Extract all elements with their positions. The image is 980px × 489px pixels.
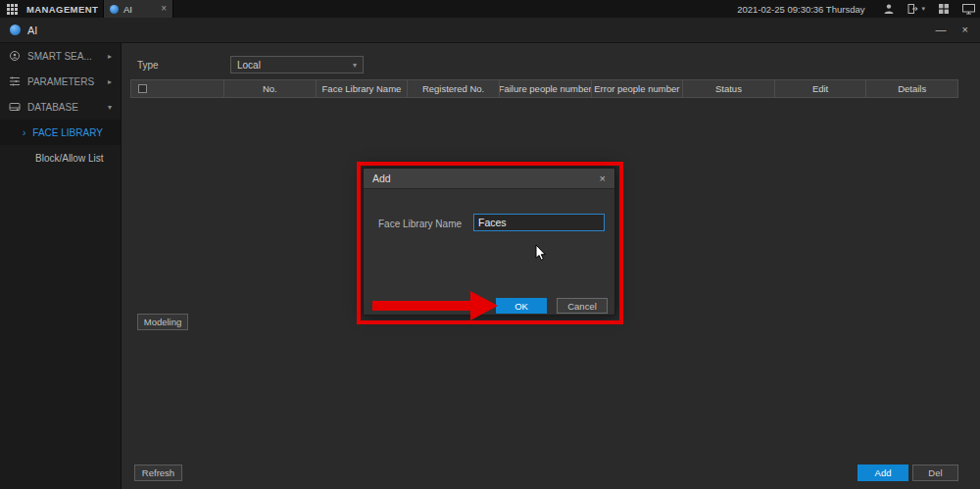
smart-search-icon <box>9 50 21 62</box>
close-icon[interactable]: × <box>962 24 968 35</box>
ai-sphere-icon <box>110 5 119 14</box>
tab-ai-label: AI <box>123 4 132 15</box>
ai-sphere-icon <box>10 24 21 35</box>
type-label: Type <box>137 60 159 71</box>
window-title: AI <box>27 24 37 36</box>
select-all-checkbox[interactable] <box>138 84 147 93</box>
sidebar-item-label: FACE LIBRARY <box>32 127 103 138</box>
sidebar-item-label: SMART SEA... <box>27 51 92 62</box>
cancel-button[interactable]: Cancel <box>557 298 608 314</box>
column-header-registered-no[interactable]: Registered No. <box>408 80 500 97</box>
dialog-title: Add <box>372 172 391 184</box>
sidebar-item-block-allow-list[interactable]: Block/Allow List <box>0 145 121 171</box>
sidebar: SMART SEA... ▸ PARAMETERS ▸ DATABASE ▾ ›… <box>0 43 122 489</box>
tab-close-icon[interactable]: × <box>161 4 167 14</box>
arrow-right-icon: ▸ <box>108 52 112 61</box>
sidebar-item-label: Block/Allow List <box>35 153 103 164</box>
face-library-name-label: Face Library Name <box>378 219 462 229</box>
management-label: MANAGEMENT <box>26 4 98 15</box>
chevron-right-icon: › <box>23 127 25 138</box>
modeling-button[interactable]: Modeling <box>137 314 188 330</box>
column-header-no[interactable]: No. <box>224 80 317 97</box>
arrow-right-icon: ▸ <box>108 77 112 86</box>
column-header-face-library-name[interactable]: Face Library Name <box>317 80 409 97</box>
top-bar: MANAGEMENT AI × 2021-02-25 09:30:36 Thur… <box>0 0 980 18</box>
column-header-edit[interactable]: Edit <box>775 80 867 97</box>
dialog-titlebar: Add × <box>364 169 614 189</box>
layout-grid-icon[interactable] <box>938 3 950 15</box>
sidebar-item-smart-search[interactable]: SMART SEA... ▸ <box>0 43 121 69</box>
logout-caret-icon: ▾ <box>921 5 925 13</box>
minimize-icon[interactable]: — <box>936 24 947 35</box>
sidebar-item-label: PARAMETERS <box>27 76 94 87</box>
apps-grid-icon[interactable] <box>7 4 18 15</box>
column-header-details[interactable]: Details <box>866 80 957 97</box>
sidebar-item-face-library[interactable]: › FACE LIBRARY <box>0 120 121 145</box>
database-icon <box>9 101 21 113</box>
logout-icon[interactable]: ▾ <box>907 3 925 15</box>
chevron-down-icon: ▾ <box>108 103 112 112</box>
face-library-name-input[interactable] <box>473 214 605 231</box>
screen: MANAGEMENT AI × 2021-02-25 09:30:36 Thur… <box>0 0 980 489</box>
add-button[interactable]: Add <box>858 465 908 481</box>
column-header-status[interactable]: Status <box>683 80 775 97</box>
user-icon[interactable] <box>883 3 895 15</box>
type-select-value: Local <box>237 60 261 71</box>
ok-button[interactable]: OK <box>496 298 547 314</box>
sidebar-item-database[interactable]: DATABASE ▾ <box>0 94 121 120</box>
column-header-failure-people-number[interactable]: Failure people number <box>500 80 592 97</box>
table-header: No. Face Library Name Registered No. Fai… <box>130 79 958 98</box>
datetime-label: 2021-02-25 09:30:36 Thursday <box>737 4 864 15</box>
tab-ai[interactable]: AI × <box>103 0 173 18</box>
sidebar-item-label: DATABASE <box>27 102 78 113</box>
dialog-close-icon[interactable]: × <box>600 173 606 184</box>
column-header-error-people-number[interactable]: Error people number <box>592 80 684 97</box>
topbar-right: 2021-02-25 09:30:36 Thursday ▾ <box>737 0 975 18</box>
window-titlebar: AI — × <box>0 18 980 43</box>
type-select[interactable]: Local ▾ <box>230 56 364 73</box>
refresh-button[interactable]: Refresh <box>134 465 182 481</box>
add-dialog: Add × Face Library Name OK Cancel <box>363 168 615 316</box>
monitor-icon[interactable] <box>962 3 975 15</box>
del-button[interactable]: Del <box>912 465 958 481</box>
sidebar-item-parameters[interactable]: PARAMETERS ▸ <box>0 69 121 94</box>
parameters-icon <box>9 75 21 87</box>
table-header-checkbox-cell <box>131 80 224 97</box>
chevron-down-icon: ▾ <box>353 61 357 70</box>
